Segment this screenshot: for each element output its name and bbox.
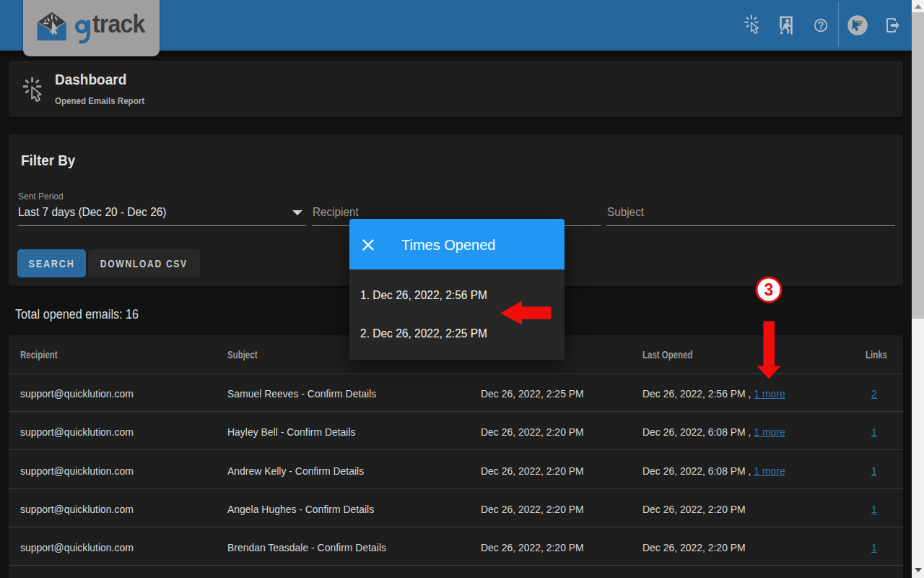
svg-text:3: 3 — [764, 280, 774, 299]
